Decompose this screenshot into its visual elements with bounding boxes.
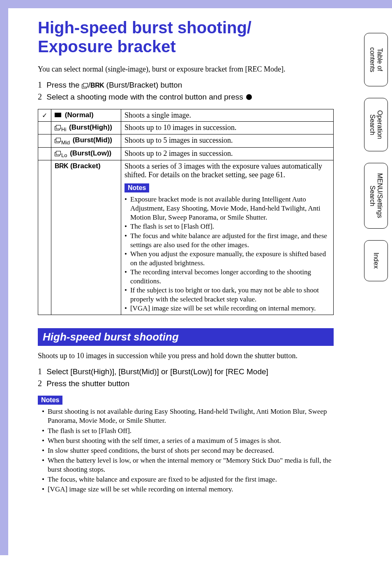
- mode-desc-bracket: Shoots a series of 3 images with the exp…: [121, 160, 334, 315]
- label-text: (Normal): [65, 111, 94, 119]
- mode-desc: Shoots up to 10 images in succession.: [121, 122, 334, 134]
- list-item: In slow shutter speed conditions, the bu…: [42, 446, 334, 455]
- step-number: 1: [38, 367, 42, 376]
- mode-table: ✓ (Normal) Shoots a single image. Hi (Bu…: [38, 109, 334, 315]
- bracket-notes-list: Exposure bracket mode is not available d…: [125, 195, 330, 313]
- default-check-cell: ✓: [38, 109, 51, 122]
- burst-hi-icon: [55, 125, 60, 130]
- list-item: When burst shooting with the self timer,…: [42, 436, 334, 445]
- list-item: The focus, white balance and exposure ar…: [42, 475, 334, 484]
- mode-label: Hi (Burst(High)): [51, 122, 121, 134]
- list-item: The flash is set to [Flash Off].: [42, 426, 334, 436]
- side-nav-tabs: Table of contents Operation Search MENU/…: [364, 33, 388, 281]
- tab-index[interactable]: Index: [364, 240, 388, 281]
- label-text: (Burst(High)): [69, 123, 112, 131]
- section-header: High-speed burst shooting: [38, 328, 334, 346]
- steps-block-2: 1 Select [Burst(High)], [Burst(Mid)] or …: [38, 367, 376, 388]
- notes-badge: Notes: [38, 396, 62, 405]
- section-intro: Shoots up to 10 images in succession whi…: [38, 352, 376, 360]
- top-accent-bar: [0, 0, 392, 8]
- section-notes-list: Burst shooting is not available during E…: [38, 407, 334, 494]
- check-cell: [38, 134, 51, 147]
- tab-menu-settings-search[interactable]: MENU/Settings Search: [364, 163, 388, 229]
- step-number: 2: [38, 379, 42, 388]
- step-1-text: Select [Burst(High)], [Burst(Mid)] or [B…: [46, 367, 268, 376]
- burst-mid-icon: [55, 138, 60, 143]
- center-button-icon: [246, 94, 252, 100]
- brk-icon-text: BRK: [90, 82, 104, 89]
- list-item: When you adjust the exposure manually, t…: [125, 250, 330, 268]
- list-item: If the subject is too bright or too dark…: [125, 286, 330, 304]
- step-2: 2 Select a shooting mode with the contro…: [38, 92, 376, 102]
- list-item: When the battery level is low, or when t…: [42, 456, 334, 474]
- mode-desc: Shoots up to 5 images in succession.: [121, 134, 334, 147]
- tab-operation-label: Operation Search: [369, 110, 383, 139]
- step-number: 1: [38, 80, 42, 89]
- tab-menu-label: MENU/Settings Search: [369, 173, 383, 218]
- steps-block-1: 1 Press the /BRK (Burst/Bracket) button …: [38, 80, 376, 102]
- label-text: (Burst(Mid)): [73, 136, 112, 144]
- table-row: Mid (Burst(Mid)) Shoots up to 5 images i…: [38, 134, 334, 147]
- burst-lo-icon: [55, 151, 60, 156]
- checkmark-icon: ✓: [42, 112, 47, 119]
- bracket-desc-text: Shoots a series of 3 images with the exp…: [125, 162, 330, 179]
- table-row: Lo (Burst(Low)) Shoots up to 2 images in…: [38, 147, 334, 160]
- notes-badge: Notes: [125, 183, 149, 192]
- mode-desc: Shoots up to 2 images in succession.: [121, 147, 334, 160]
- tab-operation-search[interactable]: Operation Search: [364, 98, 388, 151]
- intro-text: You can select normal (single-image), bu…: [38, 65, 376, 74]
- label-text: (Burst(Low)): [70, 149, 111, 157]
- step-2-text: Press the shutter button: [46, 379, 129, 388]
- step-1-suffix: (Burst/Bracket) button: [104, 81, 182, 89]
- check-cell: [38, 160, 51, 315]
- mode-label: (Normal): [51, 109, 121, 122]
- mode-desc: Shoots a single image.: [121, 109, 334, 122]
- list-item: The flash is set to [Flash Off].: [125, 222, 330, 231]
- list-item: Burst shooting is not available during E…: [42, 407, 334, 425]
- table-row: ✓ (Normal) Shoots a single image.: [38, 109, 334, 122]
- page-content: Table of contents Operation Search MENU/…: [0, 8, 392, 503]
- table-row-bracket: BRK (Bracket) Shoots a series of 3 image…: [38, 160, 334, 315]
- step-1-prefix: Press the: [46, 81, 82, 89]
- step-2: 2 Press the shutter button: [38, 379, 376, 388]
- step-2-text: Select a shooting mode with the control …: [46, 93, 245, 101]
- mode-label: BRK (Bracket): [51, 160, 121, 315]
- list-item: The focus and white balance are adjusted…: [125, 232, 330, 250]
- mode-label: Mid (Burst(Mid)): [51, 134, 121, 147]
- label-text: (Bracket): [70, 162, 101, 170]
- normal-mode-icon: [55, 113, 61, 117]
- step-1: 1 Select [Burst(High)], [Burst(Mid)] or …: [38, 367, 376, 376]
- burst-icon: [82, 83, 88, 88]
- check-cell: [38, 122, 51, 134]
- page-title: High-speed burst shooting/ Exposure brac…: [38, 18, 376, 56]
- tab-table-of-contents[interactable]: Table of contents: [364, 33, 388, 86]
- list-item: [VGA] image size will be set while recor…: [42, 485, 334, 494]
- list-item: [VGA] image size will be set while recor…: [125, 304, 330, 313]
- tab-index-label: Index: [372, 253, 380, 269]
- list-item: Exposure bracket mode is not available d…: [125, 195, 330, 222]
- step-1: 1 Press the /BRK (Burst/Bracket) button: [38, 80, 376, 90]
- table-row: Hi (Burst(High)) Shoots up to 10 images …: [38, 122, 334, 134]
- list-item: The recording interval becomes longer ac…: [125, 268, 330, 286]
- brk-icon-text: BRK: [55, 162, 68, 169]
- check-cell: [38, 147, 51, 160]
- tab-toc-label: Table of contents: [369, 47, 383, 72]
- mode-label: Lo (Burst(Low)): [51, 147, 121, 160]
- step-number: 2: [38, 92, 42, 101]
